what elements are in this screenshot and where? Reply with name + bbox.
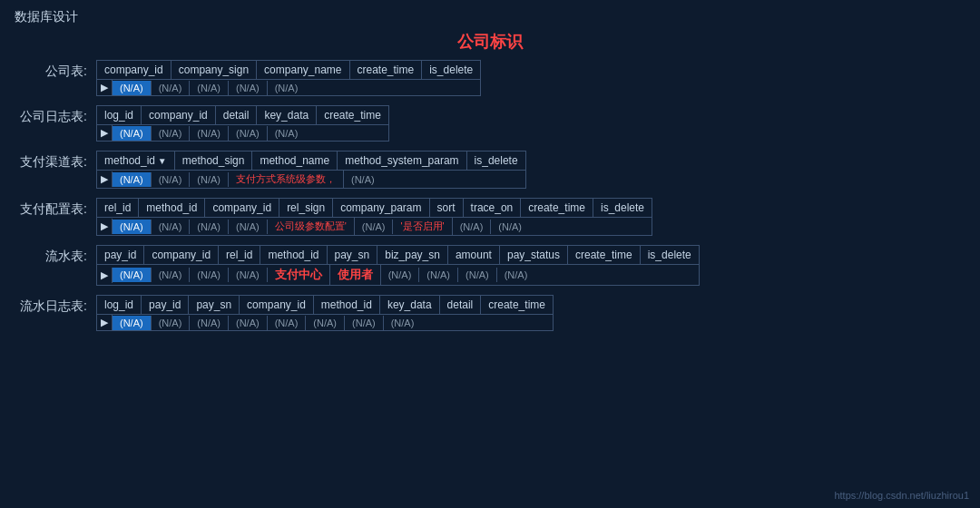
data-cell-2-3: 支付方式系统级参数， — [229, 171, 344, 188]
header-cell-0-4: is_delete — [422, 61, 480, 79]
header-cell-5-3: company_id — [240, 296, 314, 314]
header-cell-5-1: pay_id — [142, 296, 189, 314]
table-2: method_idmethod_signmethod_namemethod_sy… — [96, 151, 526, 189]
section-label-1: 公司日志表: — [15, 105, 96, 125]
table-row-5: ▶(N/A)(N/A)(N/A)(N/A)(N/A)(N/A)(N/A)(N/A… — [97, 315, 553, 330]
data-cell-4-3: (N/A) — [229, 268, 268, 282]
db-section-4: 流水表:pay_idcompany_idrel_idmethod_idpay_s… — [15, 245, 965, 286]
header-cell-3-0: rel_id — [97, 199, 139, 217]
data-cell-0-2: (N/A) — [190, 81, 229, 95]
data-cell-0-0: (N/A) — [113, 81, 152, 95]
header-cell-2-2: method_name — [252, 151, 338, 170]
header-cell-3-6: trace_on — [464, 199, 522, 217]
db-section-0: 公司表:company_idcompany_signcompany_namecr… — [15, 60, 965, 96]
data-cell-5-6: (N/A) — [345, 316, 384, 330]
data-cell-0-1: (N/A) — [152, 81, 191, 95]
table-row-2: ▶(N/A)(N/A)(N/A)支付方式系统级参数，(N/A) — [97, 171, 525, 188]
section-label-4: 流水表: — [15, 245, 96, 265]
header-cell-0-0: company_id — [97, 61, 172, 79]
header-cell-4-3: method_id — [260, 246, 327, 264]
header-cell-1-2: detail — [216, 106, 258, 124]
section-label-5: 流水日志表: — [15, 295, 96, 315]
data-cell-4-5: 使用者 — [330, 265, 381, 285]
data-cell-1-3: (N/A) — [229, 126, 268, 141]
data-cell-3-8: (N/A) — [491, 220, 529, 234]
data-cell-3-7: (N/A) — [453, 220, 492, 234]
section-label-3: 支付配置表: — [15, 198, 96, 218]
header-cell-3-2: company_id — [205, 199, 279, 217]
header-cell-3-4: company_param — [333, 199, 429, 217]
data-cell-2-2: (N/A) — [190, 172, 229, 187]
center-title: 公司标识 — [15, 31, 965, 53]
header-cell-5-4: method_id — [314, 296, 380, 314]
header-cell-2-3: method_system_param — [338, 151, 466, 170]
header-cell-4-1: company_id — [144, 246, 219, 264]
header-cell-2-0: method_id — [97, 151, 175, 170]
data-cell-4-8: (N/A) — [458, 268, 497, 282]
header-cell-4-4: pay_sn — [328, 246, 378, 264]
table-row-0: ▶(N/A)(N/A)(N/A)(N/A)(N/A) — [97, 80, 480, 95]
header-cell-1-1: company_id — [142, 106, 216, 124]
data-cell-1-1: (N/A) — [152, 126, 191, 141]
header-cell-4-6: amount — [448, 246, 500, 264]
data-cell-4-1: (N/A) — [152, 268, 191, 282]
row-arrow-2: ▶ — [97, 171, 113, 187]
data-cell-5-2: (N/A) — [190, 316, 229, 330]
data-cell-3-3: (N/A) — [229, 220, 268, 234]
data-cell-1-4: (N/A) — [268, 126, 306, 141]
data-cell-1-2: (N/A) — [190, 126, 229, 141]
data-cell-3-5: (N/A) — [355, 220, 394, 234]
header-cell-5-2: pay_sn — [189, 296, 240, 314]
header-cell-4-2: rel_id — [219, 246, 260, 264]
header-cell-4-0: pay_id — [97, 246, 144, 264]
data-cell-1-0: (N/A) — [113, 126, 152, 141]
table-row-3: ▶(N/A)(N/A)(N/A)(N/A)公司级参数配置'(N/A)'是否启用'… — [97, 218, 652, 235]
header-cell-1-3: key_data — [257, 106, 317, 124]
header-cell-5-5: key_data — [380, 296, 440, 314]
data-cell-5-3: (N/A) — [229, 316, 268, 330]
table-5: log_idpay_idpay_sncompany_idmethod_idkey… — [96, 295, 554, 331]
header-cell-4-9: is_delete — [641, 246, 699, 264]
header-cell-5-0: log_id — [97, 296, 142, 314]
db-section-1: 公司日志表:log_idcompany_iddetailkey_datacrea… — [15, 105, 965, 142]
row-arrow-5: ▶ — [97, 315, 113, 330]
data-cell-3-4: 公司级参数配置' — [268, 218, 355, 235]
header-cell-2-4: is_delete — [467, 151, 525, 170]
table-1: log_idcompany_iddetailkey_datacreate_tim… — [96, 105, 389, 142]
data-cell-4-9: (N/A) — [497, 268, 535, 282]
data-cell-4-7: (N/A) — [419, 268, 458, 282]
db-section-2: 支付渠道表:method_idmethod_signmethod_namemet… — [15, 151, 965, 189]
data-cell-2-4: (N/A) — [344, 172, 382, 187]
header-cell-0-3: create_time — [350, 61, 423, 79]
header-cell-3-5: sort — [430, 199, 464, 217]
data-cell-4-6: (N/A) — [381, 268, 420, 282]
table-3: rel_idmethod_idcompany_idrel_signcompany… — [96, 198, 652, 236]
data-cell-2-0: (N/A) — [113, 172, 152, 187]
header-cell-0-2: company_name — [257, 61, 349, 79]
data-cell-5-7: (N/A) — [384, 316, 422, 330]
data-cell-3-0: (N/A) — [113, 220, 152, 234]
row-arrow-0: ▶ — [97, 80, 113, 95]
row-arrow-3: ▶ — [97, 219, 113, 234]
db-section-5: 流水日志表:log_idpay_idpay_sncompany_idmethod… — [15, 295, 965, 331]
data-cell-5-4: (N/A) — [268, 316, 307, 330]
table-row-1: ▶(N/A)(N/A)(N/A)(N/A)(N/A) — [97, 125, 388, 141]
table-row-4: ▶(N/A)(N/A)(N/A)(N/A)支付中心使用者(N/A)(N/A)(N… — [97, 265, 699, 285]
header-cell-3-1: method_id — [139, 199, 205, 217]
row-arrow-4: ▶ — [97, 268, 113, 283]
header-cell-3-7: create_time — [521, 199, 593, 217]
header-cell-2-1: method_sign — [175, 151, 253, 170]
data-cell-0-3: (N/A) — [229, 81, 268, 95]
db-section-3: 支付配置表:rel_idmethod_idcompany_idrel_signc… — [15, 198, 965, 236]
data-cell-0-4: (N/A) — [268, 81, 306, 95]
header-cell-1-4: create_time — [317, 106, 388, 124]
section-label-0: 公司表: — [15, 60, 96, 80]
header-cell-3-8: is_delete — [593, 199, 652, 217]
header-cell-4-8: create_time — [568, 246, 641, 264]
header-cell-1-0: log_id — [97, 106, 142, 124]
data-cell-4-0: (N/A) — [113, 268, 152, 282]
data-cell-2-1: (N/A) — [152, 172, 191, 187]
data-cell-5-1: (N/A) — [152, 316, 191, 330]
data-cell-5-5: (N/A) — [306, 316, 345, 330]
section-label-2: 支付渠道表: — [15, 151, 96, 171]
